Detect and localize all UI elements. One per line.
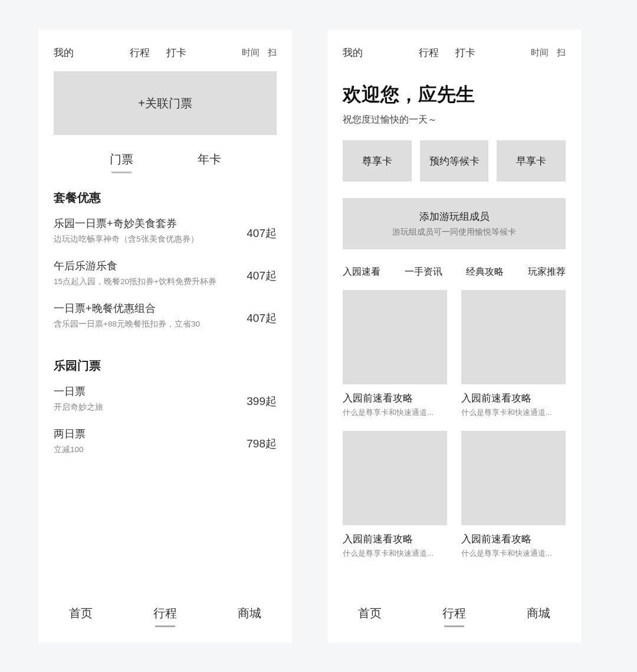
deal-price: 399起 [247, 394, 277, 409]
deal-sub: 边玩边吃畅享神奇（含5张美食优惠券） [54, 234, 235, 245]
top-bar: 我的 行程 打卡 时间 扫 [327, 29, 581, 71]
link-ticket-button[interactable]: +关联门票 [54, 71, 277, 135]
top-bar: 我的 行程 打卡 时间 扫 [38, 29, 292, 71]
nav-time[interactable]: 时间 [531, 47, 549, 58]
body: 欢迎您，应先生 祝您度过愉快的一天～ 尊享卡 预约等候卡 早享卡 添加游玩组成员… [327, 71, 581, 596]
feed-sub: 什么是尊享卡和快速通道... [343, 548, 447, 559]
deal-sub: 立减100 [54, 444, 235, 455]
screen-tickets: 我的 行程 打卡 时间 扫 +关联门票 门票 年卡 套餐优惠 乐园一日票+奇妙美… [38, 29, 292, 643]
deal-sub: 15点起入园，晚餐20抵扣券+饮料免费升杯券 [54, 276, 235, 287]
feed-item[interactable]: 入园前速看攻略 什么是尊享卡和快速通道... [343, 290, 447, 418]
deal-item[interactable]: 一日票+晚餐优惠组合 含乐园一日票+88元晚餐抵扣券，立省30 407起 [54, 301, 277, 330]
section-title: 套餐优惠 [54, 190, 277, 206]
feed-item[interactable]: 入园前速看攻略 什么是尊享卡和快速通道... [343, 431, 447, 559]
nav-checkin[interactable]: 打卡 [166, 46, 186, 60]
feed-tab-news[interactable]: 一手资讯 [405, 266, 442, 278]
feed-title: 入园前速看攻略 [461, 391, 566, 405]
deal-price: 407起 [247, 268, 277, 284]
feed-image [343, 431, 447, 525]
deal-price: 407起 [247, 311, 277, 326]
bottom-nav-shop[interactable]: 商城 [527, 605, 550, 627]
screen-trip-home: 我的 行程 打卡 时间 扫 欢迎您，应先生 祝您度过愉快的一天～ 尊享卡 预约等… [327, 29, 581, 643]
welcome-sub: 祝您度过愉快的一天～ [343, 114, 566, 126]
add-group-button[interactable]: 添加游玩组成员 游玩组成员可一同使用愉悦等候卡 [343, 198, 566, 249]
privilege-cards: 尊享卡 预约等候卡 早享卡 [343, 140, 566, 182]
nav-mine[interactable]: 我的 [54, 46, 74, 60]
feed-sub: 什么是尊享卡和快速通道... [461, 407, 566, 418]
deal-item[interactable]: 两日票 立减100 798起 [54, 427, 277, 455]
nav-checkin[interactable]: 打卡 [455, 46, 475, 60]
add-group-title: 添加游玩组成员 [352, 210, 556, 223]
add-group-sub: 游玩组成员可一同使用愉悦等候卡 [352, 227, 556, 238]
feed-item[interactable]: 入园前速看攻略 什么是尊享卡和快速通道... [461, 290, 566, 418]
feed-title: 入园前速看攻略 [343, 391, 447, 405]
feed-image [461, 290, 566, 384]
bottom-nav-home[interactable]: 首页 [358, 605, 382, 627]
feed-tab-quickview[interactable]: 入园速看 [343, 266, 380, 278]
bottom-nav-trip[interactable]: 行程 [442, 605, 466, 627]
deal-price: 407起 [247, 226, 277, 241]
feed-tabs: 入园速看 一手资讯 经典攻略 玩家推荐 [343, 266, 566, 278]
nav-scan[interactable]: 扫 [268, 47, 277, 58]
section-park-ticket: 乐园门票 一日票 开启奇妙之旅 399起 两日票 立减100 798起 [54, 358, 277, 455]
deal-price: 798起 [247, 436, 277, 452]
tab-ticket[interactable]: 门票 [110, 151, 133, 173]
feed-sub: 什么是尊享卡和快速通道... [343, 407, 447, 418]
deal-title: 乐园一日票+奇妙美食套券 [54, 216, 235, 230]
feed-item[interactable]: 入园前速看攻略 什么是尊享卡和快速通道... [461, 431, 566, 559]
deal-sub: 开启奇妙之旅 [54, 402, 235, 413]
deal-title: 一日票+晚餐优惠组合 [54, 301, 235, 315]
nav-mine[interactable]: 我的 [343, 46, 363, 60]
bottom-nav: 首页 行程 商城 [327, 596, 581, 643]
feed-sub: 什么是尊享卡和快速通道... [461, 548, 566, 559]
welcome-title: 欢迎您，应先生 [343, 82, 566, 108]
section-title: 乐园门票 [54, 358, 277, 374]
tab-annual[interactable]: 年卡 [198, 151, 221, 173]
card-reservation[interactable]: 预约等候卡 [420, 140, 489, 182]
deal-title: 午后乐游乐食 [54, 259, 235, 273]
feed-title: 入园前速看攻略 [461, 532, 566, 546]
deal-title: 两日票 [54, 427, 235, 441]
nav-trip[interactable]: 行程 [130, 46, 150, 60]
bottom-nav-home[interactable]: 首页 [69, 605, 93, 627]
bottom-nav-trip[interactable]: 行程 [153, 605, 177, 627]
bottom-nav: 首页 行程 商城 [38, 596, 292, 643]
deal-item[interactable]: 一日票 开启奇妙之旅 399起 [54, 384, 277, 413]
card-premium[interactable]: 尊享卡 [343, 140, 412, 182]
deal-item[interactable]: 午后乐游乐食 15点起入园，晚餐20抵扣券+饮料免费升杯券 407起 [54, 259, 277, 287]
feed-image [343, 290, 447, 384]
feed-tab-recommend[interactable]: 玩家推荐 [528, 266, 566, 278]
deal-sub: 含乐园一日票+88元晚餐抵扣券，立省30 [54, 319, 235, 330]
nav-scan[interactable]: 扫 [557, 47, 566, 58]
deal-title: 一日票 [54, 384, 235, 398]
section-bundle: 套餐优惠 乐园一日票+奇妙美食套券 边玩边吃畅享神奇（含5张美食优惠券） 407… [54, 190, 277, 330]
feed-tab-guide[interactable]: 经典攻略 [466, 266, 504, 278]
feed-image [461, 431, 566, 525]
deal-item[interactable]: 乐园一日票+奇妙美食套券 边玩边吃畅享神奇（含5张美食优惠券） 407起 [54, 216, 277, 245]
body: +关联门票 门票 年卡 套餐优惠 乐园一日票+奇妙美食套券 边玩边吃畅享神奇（含… [38, 71, 292, 596]
nav-trip[interactable]: 行程 [419, 46, 439, 60]
ticket-type-tabs: 门票 年卡 [54, 151, 277, 173]
card-early[interactable]: 早享卡 [497, 140, 566, 182]
bottom-nav-shop[interactable]: 商城 [238, 605, 261, 627]
nav-time[interactable]: 时间 [242, 47, 260, 58]
feed-title: 入园前速看攻略 [343, 532, 447, 546]
